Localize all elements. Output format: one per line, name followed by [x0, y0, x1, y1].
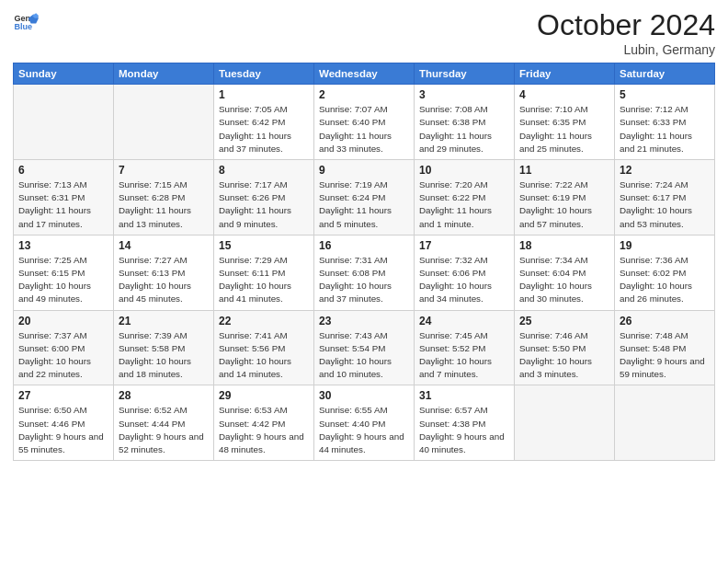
day-detail: Sunrise: 7:15 AM Sunset: 6:28 PM Dayligh… [119, 178, 209, 231]
calendar-week-row: 6Sunrise: 7:13 AM Sunset: 6:31 PM Daylig… [14, 160, 715, 236]
calendar-cell: 19Sunrise: 7:36 AM Sunset: 6:02 PM Dayli… [615, 235, 715, 310]
day-detail: Sunrise: 7:29 AM Sunset: 6:11 PM Dayligh… [219, 254, 309, 306]
day-number: 5 [620, 88, 710, 101]
calendar-cell: 5Sunrise: 7:12 AM Sunset: 6:33 PM Daylig… [615, 85, 715, 160]
day-number: 2 [319, 88, 409, 101]
day-detail: Sunrise: 6:52 AM Sunset: 4:44 PM Dayligh… [119, 404, 209, 456]
day-number: 1 [219, 88, 309, 101]
day-detail: Sunrise: 6:50 AM Sunset: 4:46 PM Dayligh… [18, 404, 108, 456]
day-number: 21 [119, 315, 209, 327]
day-detail: Sunrise: 7:22 AM Sunset: 6:19 PM Dayligh… [519, 178, 609, 231]
day-detail: Sunrise: 7:31 AM Sunset: 6:08 PM Dayligh… [319, 254, 409, 306]
location-title: Lubin, Germany [537, 42, 715, 57]
day-detail: Sunrise: 7:10 AM Sunset: 6:35 PM Dayligh… [519, 103, 609, 155]
calendar-cell: 30Sunrise: 6:55 AM Sunset: 4:40 PM Dayli… [314, 385, 415, 461]
page-container: General Blue October 2024 Lubin, Germany… [0, 0, 728, 468]
day-number: 6 [18, 164, 108, 177]
weekday-header-sunday: Sunday [14, 63, 114, 85]
day-detail: Sunrise: 7:32 AM Sunset: 6:06 PM Dayligh… [419, 254, 509, 306]
day-number: 19 [620, 239, 710, 252]
calendar-cell: 31Sunrise: 6:57 AM Sunset: 4:38 PM Dayli… [415, 385, 515, 461]
calendar-cell: 22Sunrise: 7:41 AM Sunset: 5:56 PM Dayli… [214, 310, 314, 385]
day-number: 16 [319, 239, 409, 252]
day-number: 15 [219, 239, 309, 252]
weekday-header-row: SundayMondayTuesdayWednesdayThursdayFrid… [14, 63, 715, 85]
day-number: 9 [319, 164, 409, 177]
calendar-cell: 25Sunrise: 7:46 AM Sunset: 5:50 PM Dayli… [515, 310, 615, 385]
calendar-cell: 9Sunrise: 7:19 AM Sunset: 6:24 PM Daylig… [314, 160, 415, 236]
day-number: 22 [219, 315, 309, 327]
calendar-cell [14, 85, 114, 160]
calendar-cell: 16Sunrise: 7:31 AM Sunset: 6:08 PM Dayli… [314, 235, 415, 310]
calendar-cell: 18Sunrise: 7:34 AM Sunset: 6:04 PM Dayli… [515, 235, 615, 310]
calendar-week-row: 13Sunrise: 7:25 AM Sunset: 6:15 PM Dayli… [14, 235, 715, 310]
day-number: 18 [519, 239, 609, 252]
day-detail: Sunrise: 7:27 AM Sunset: 6:13 PM Dayligh… [119, 254, 209, 306]
day-detail: Sunrise: 7:43 AM Sunset: 5:54 PM Dayligh… [319, 329, 409, 382]
calendar-cell: 29Sunrise: 6:53 AM Sunset: 4:42 PM Dayli… [214, 385, 314, 461]
day-detail: Sunrise: 7:05 AM Sunset: 6:42 PM Dayligh… [219, 103, 309, 155]
calendar-cell: 6Sunrise: 7:13 AM Sunset: 6:31 PM Daylig… [14, 160, 114, 236]
day-detail: Sunrise: 7:39 AM Sunset: 5:58 PM Dayligh… [119, 329, 209, 382]
day-detail: Sunrise: 7:45 AM Sunset: 5:52 PM Dayligh… [419, 329, 509, 382]
weekday-header-saturday: Saturday [615, 63, 715, 85]
calendar-cell: 13Sunrise: 7:25 AM Sunset: 6:15 PM Dayli… [14, 235, 114, 310]
day-number: 20 [18, 315, 108, 327]
day-number: 31 [419, 389, 509, 402]
calendar-cell: 26Sunrise: 7:48 AM Sunset: 5:48 PM Dayli… [615, 310, 715, 385]
day-number: 17 [419, 239, 509, 252]
day-detail: Sunrise: 7:48 AM Sunset: 5:48 PM Dayligh… [620, 329, 710, 382]
day-detail: Sunrise: 7:46 AM Sunset: 5:50 PM Dayligh… [519, 329, 609, 382]
weekday-header-thursday: Thursday [415, 63, 515, 85]
day-detail: Sunrise: 7:25 AM Sunset: 6:15 PM Dayligh… [18, 254, 108, 306]
day-detail: Sunrise: 7:37 AM Sunset: 6:00 PM Dayligh… [18, 329, 108, 382]
calendar-cell: 1Sunrise: 7:05 AM Sunset: 6:42 PM Daylig… [214, 85, 314, 160]
day-number: 28 [119, 389, 209, 402]
calendar-cell [114, 85, 214, 160]
calendar-week-row: 1Sunrise: 7:05 AM Sunset: 6:42 PM Daylig… [14, 85, 715, 160]
day-detail: Sunrise: 7:34 AM Sunset: 6:04 PM Dayligh… [519, 254, 609, 306]
day-detail: Sunrise: 6:57 AM Sunset: 4:38 PM Dayligh… [419, 404, 509, 456]
day-number: 23 [319, 315, 409, 327]
calendar-week-row: 27Sunrise: 6:50 AM Sunset: 4:46 PM Dayli… [14, 385, 715, 461]
calendar-cell: 21Sunrise: 7:39 AM Sunset: 5:58 PM Dayli… [114, 310, 214, 385]
weekday-header-monday: Monday [114, 63, 214, 85]
day-number: 4 [519, 88, 609, 101]
calendar-cell: 23Sunrise: 7:43 AM Sunset: 5:54 PM Dayli… [314, 310, 415, 385]
weekday-header-tuesday: Tuesday [214, 63, 314, 85]
day-number: 8 [219, 164, 309, 177]
calendar-cell [515, 385, 615, 461]
calendar-cell: 2Sunrise: 7:07 AM Sunset: 6:40 PM Daylig… [314, 85, 415, 160]
day-detail: Sunrise: 7:36 AM Sunset: 6:02 PM Dayligh… [620, 254, 710, 306]
day-number: 14 [119, 239, 209, 252]
day-number: 13 [18, 239, 108, 252]
svg-text:Blue: Blue [14, 22, 32, 31]
weekday-header-wednesday: Wednesday [314, 63, 415, 85]
calendar-cell: 20Sunrise: 7:37 AM Sunset: 6:00 PM Dayli… [14, 310, 114, 385]
calendar-cell [615, 385, 715, 461]
day-number: 30 [319, 389, 409, 402]
calendar-cell: 11Sunrise: 7:22 AM Sunset: 6:19 PM Dayli… [515, 160, 615, 236]
day-number: 12 [620, 164, 710, 177]
day-number: 7 [119, 164, 209, 177]
calendar-cell: 27Sunrise: 6:50 AM Sunset: 4:46 PM Dayli… [14, 385, 114, 461]
day-detail: Sunrise: 7:12 AM Sunset: 6:33 PM Dayligh… [620, 103, 710, 155]
day-number: 24 [419, 315, 509, 327]
calendar-cell: 10Sunrise: 7:20 AM Sunset: 6:22 PM Dayli… [415, 160, 515, 236]
title-block: October 2024 Lubin, Germany [537, 9, 715, 57]
calendar-cell: 15Sunrise: 7:29 AM Sunset: 6:11 PM Dayli… [214, 235, 314, 310]
calendar-cell: 28Sunrise: 6:52 AM Sunset: 4:44 PM Dayli… [114, 385, 214, 461]
day-number: 11 [519, 164, 609, 177]
day-number: 27 [18, 389, 108, 402]
day-number: 25 [519, 315, 609, 327]
month-title: October 2024 [537, 9, 715, 41]
calendar-cell: 4Sunrise: 7:10 AM Sunset: 6:35 PM Daylig… [515, 85, 615, 160]
calendar-cell: 17Sunrise: 7:32 AM Sunset: 6:06 PM Dayli… [415, 235, 515, 310]
calendar-week-row: 20Sunrise: 7:37 AM Sunset: 6:00 PM Dayli… [14, 310, 715, 385]
day-detail: Sunrise: 7:13 AM Sunset: 6:31 PM Dayligh… [18, 178, 108, 231]
day-detail: Sunrise: 7:19 AM Sunset: 6:24 PM Dayligh… [319, 178, 409, 231]
calendar-cell: 8Sunrise: 7:17 AM Sunset: 6:26 PM Daylig… [214, 160, 314, 236]
day-number: 26 [620, 315, 710, 327]
calendar-cell: 7Sunrise: 7:15 AM Sunset: 6:28 PM Daylig… [114, 160, 214, 236]
day-detail: Sunrise: 6:53 AM Sunset: 4:42 PM Dayligh… [219, 404, 309, 456]
